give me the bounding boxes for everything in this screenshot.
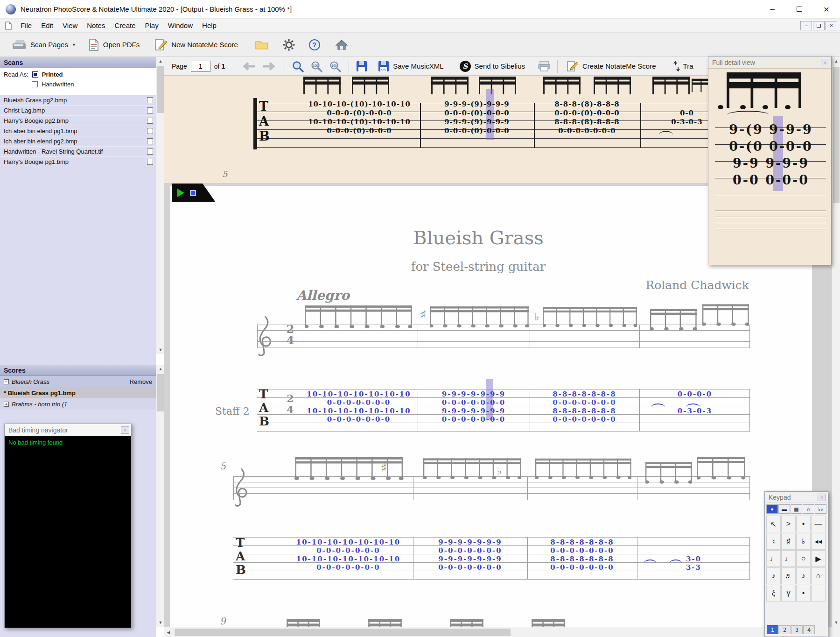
keypad-sharp-button[interactable]: ♯ <box>781 533 796 550</box>
scan-checkbox[interactable] <box>147 128 153 134</box>
tab-measure[interactable]: 3-3 <box>637 563 750 572</box>
keypad-eighth-rest-button[interactable]: γ <box>781 585 796 602</box>
stop-button[interactable] <box>190 190 196 196</box>
keypad-rewind-button[interactable]: ◀◀ <box>811 533 826 550</box>
zoom-out-100-icon[interactable]: 100 <box>310 60 323 72</box>
tab-measure[interactable]: 0-0-0-0-0-0-0 <box>413 563 527 572</box>
scroll-down-icon[interactable]: ▼ <box>156 346 165 354</box>
keypad-tenuto-button[interactable]: — <box>811 516 826 532</box>
tab-measure[interactable]: 9-9-9-9-9-9-9 <box>413 555 527 563</box>
scroll-down-icon[interactable]: ▼ <box>156 618 165 627</box>
bad-timing-header[interactable]: Bad timing navigator × <box>5 424 131 436</box>
close-icon[interactable]: × <box>821 59 829 66</box>
menu-edit[interactable]: Edit <box>36 19 58 33</box>
tab-measure[interactable]: 0-0-0-(0)-0-0-0 <box>420 109 534 118</box>
score-row-brahms[interactable]: + Brahms - horn trio (1 <box>0 398 156 410</box>
remove-link[interactable]: Remove <box>130 378 152 385</box>
handwritten-checkbox[interactable] <box>32 81 38 87</box>
scan-file-row[interactable]: Blueish Grass pg2.bmp <box>0 95 156 106</box>
scan-checkbox[interactable] <box>147 97 153 103</box>
scan-checkbox[interactable] <box>147 149 153 155</box>
keypad-cursor-button[interactable]: ↖ <box>766 516 781 532</box>
tab-measure[interactable] <box>639 415 750 424</box>
scrollbar-thumb[interactable] <box>175 629 511 636</box>
scan-file-row[interactable]: Christ Lag.bmp <box>0 106 156 116</box>
tab-measure[interactable]: 0-0-0-0 <box>639 390 750 398</box>
keypad-quarter-rest-button[interactable]: ξ <box>766 585 781 602</box>
scans-scrollbar[interactable]: ▲ ▼ <box>156 57 164 354</box>
keypad-eighth-note-button[interactable]: ♪ <box>766 567 781 584</box>
scan-checkbox[interactable] <box>147 118 153 124</box>
tab-measure[interactable]: 8-8-8-8-8-8-8 <box>530 390 639 398</box>
menu-play[interactable]: Play <box>140 19 163 33</box>
print-icon[interactable] <box>538 61 551 72</box>
keypad-natural-button[interactable]: ♮ <box>766 533 781 550</box>
tab-measure[interactable]: 10-10-10-(10)-10-10-10 <box>299 100 420 109</box>
open-pdfs-button[interactable]: Open PDFs <box>83 35 145 54</box>
full-detail-header[interactable]: Full detail view × <box>708 57 831 69</box>
open-folder-button[interactable] <box>250 35 274 54</box>
keypad-header[interactable]: Keypad × <box>765 492 828 503</box>
keypad-half-note-button[interactable]: ♩ <box>781 550 796 567</box>
close-icon[interactable]: × <box>121 426 129 434</box>
zoom-icon[interactable] <box>292 60 305 72</box>
tab-measure[interactable]: 0-0-0-0-0-0-0 <box>530 398 639 407</box>
tab-measure[interactable]: 0-0-0-0-0-0-0 <box>284 563 413 572</box>
scan-file-row[interactable]: Harry's Boogie pg1.bmp <box>0 157 156 167</box>
keypad-play-button[interactable]: ▶ <box>811 550 826 567</box>
scan-file-row[interactable]: Ich aber bin elend pg1.bmp <box>0 126 156 136</box>
tab-measure[interactable]: 8-8-8-8-8-8-8 <box>527 555 637 563</box>
detail-tab-row[interactable]: 9-9 9-9-9 <box>715 156 827 171</box>
tab-measure[interactable]: 0-0-0-0-0-0-0 <box>527 546 637 555</box>
keypad-quarter-note-button[interactable]: ♩ <box>766 550 781 567</box>
menu-notes[interactable]: Notes <box>82 19 110 33</box>
keypad-tab-3[interactable]: 3 <box>791 625 803 634</box>
mdi-close-button[interactable]: × <box>826 21 837 30</box>
keypad-toggle-bars[interactable]: ▦ <box>791 504 802 514</box>
menu-create[interactable]: Create <box>110 19 140 33</box>
scan-checkbox[interactable] <box>147 159 153 165</box>
keypad-blank-button[interactable] <box>811 585 826 602</box>
new-notateme-button[interactable]: New NotateMe Score <box>149 35 243 54</box>
mdi-minimize-button[interactable]: − <box>800 21 812 30</box>
keypad-toggle-fermata[interactable]: ∩ <box>803 504 814 514</box>
send-to-sibelius-button[interactable]: S Send to Sibelius <box>455 57 530 76</box>
scan-pages-button[interactable]: Scan Pages ▼ <box>7 35 81 54</box>
horizontal-scrollbar[interactable]: ◀ ▶ <box>164 627 832 637</box>
keypad-flat-button[interactable]: ♭ <box>796 533 811 550</box>
detail-tab-row[interactable]: 0-(0 0-0-0 <box>715 139 827 155</box>
tab-measure[interactable]: 10-10-10-10-10-10-10 <box>300 390 418 398</box>
menu-window[interactable]: Window <box>163 19 197 33</box>
tab-measure[interactable]: 0-0-0-0-0-0-0 <box>527 563 637 572</box>
menu-view[interactable]: View <box>58 19 82 33</box>
tab-measure[interactable]: 0-0-0-0-0-0-0 <box>534 127 640 135</box>
maximize-button[interactable] <box>786 0 813 18</box>
scan-file-row[interactable]: Ich aber bin elend pg2.bmp <box>0 136 156 147</box>
scrollbar-thumb[interactable] <box>833 67 840 203</box>
printed-checkbox[interactable] <box>32 71 38 78</box>
play-button[interactable] <box>177 189 184 197</box>
tab-measure[interactable]: 9-9-9-9-9-9-9 <box>418 407 530 415</box>
transpose-button[interactable]: Tra <box>668 57 699 76</box>
detail-tab-row[interactable]: 9-(9 9-9-9 <box>715 122 827 138</box>
save-musicxml-button[interactable]: XML Save MusicXML <box>372 57 448 76</box>
keypad-tab-2[interactable]: 2 <box>779 625 791 634</box>
tab-measure[interactable]: 0-0-0-(0)-0-0-0 <box>534 109 640 118</box>
vertical-scrollbar[interactable]: ▲ ▼ <box>832 57 840 627</box>
back-arrow-icon[interactable] <box>241 62 257 71</box>
keypad-tab-1[interactable]: 1 <box>767 625 778 634</box>
score-row-page1[interactable]: * Blueish Grass pg1.bmp <box>0 387 156 398</box>
scores-scrollbar[interactable]: ▲ ▼ <box>156 365 164 627</box>
scan-file-row[interactable]: Harry's Boogie pg2.bmp <box>0 116 156 126</box>
scan-file-row[interactable]: Handwritten - Ravel String Quartet.tif <box>0 147 156 157</box>
tab-measure[interactable]: 0-0-0-0-0-0-0 <box>418 398 530 407</box>
tab-measure[interactable]: 10-10-10-10-10-10-10 <box>284 555 413 563</box>
tab-measure[interactable]: 0-0-0-(0)-0-0-0 <box>299 109 420 118</box>
tab-measure[interactable]: 0-0-0-0-0-0-0 <box>413 546 527 555</box>
tab-measure[interactable]: 0-0-0-(0)-0-0-0 <box>420 127 534 135</box>
tab-measure[interactable]: 9-9-9-9-9-9-9 <box>418 390 530 398</box>
save-icon[interactable] <box>356 61 368 72</box>
scrollbar-thumb[interactable] <box>157 374 164 411</box>
tab-measure[interactable]: 0-0-0-0-0-0-0 <box>418 415 530 424</box>
close-icon[interactable]: × <box>818 494 826 501</box>
